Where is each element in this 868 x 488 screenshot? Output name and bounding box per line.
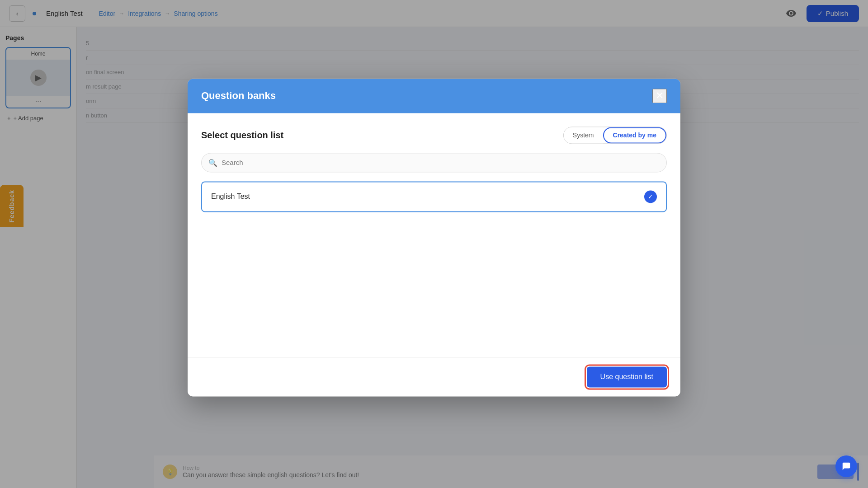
search-input[interactable] xyxy=(201,153,667,172)
question-list-item[interactable]: English Test ✓ xyxy=(201,181,667,212)
question-check-icon: ✓ xyxy=(644,190,657,203)
close-icon: ✕ xyxy=(656,91,664,101)
modal-select-header: Select question list System Created by m… xyxy=(201,127,667,144)
modal-tabs: System Created by me xyxy=(563,127,667,144)
modal-body: Select question list System Created by m… xyxy=(188,113,680,348)
chat-bubble-button[interactable] xyxy=(835,455,857,477)
modal-header: Question banks ✕ xyxy=(188,79,680,113)
search-icon: 🔍 xyxy=(208,158,217,167)
tab-system[interactable]: System xyxy=(564,127,603,143)
app-shell: ‹ English Test Editor → Integrations → S… xyxy=(0,0,868,488)
tab-created-by-me[interactable]: Created by me xyxy=(603,127,666,143)
question-item-label: English Test xyxy=(211,192,250,201)
modal-select-title: Select question list xyxy=(201,130,283,141)
question-banks-modal: Question banks ✕ Select question list Sy… xyxy=(188,79,680,396)
use-question-list-button[interactable]: Use question list xyxy=(587,366,667,387)
modal-title: Question banks xyxy=(201,90,276,102)
modal-footer: Use question list xyxy=(188,357,680,396)
modal-search: 🔍 xyxy=(201,153,667,172)
modal-close-button[interactable]: ✕ xyxy=(652,89,667,103)
